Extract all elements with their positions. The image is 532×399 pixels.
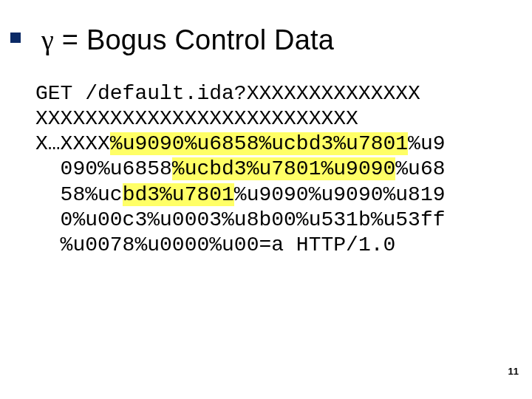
highlight-3: bd3%u7801 bbox=[123, 183, 234, 206]
highlight-1: %u9090%u6858%ucbd3%u7801 bbox=[110, 132, 408, 155]
code-line-7: %u0078%u0000%u00=a HTTP/1.0 bbox=[61, 233, 396, 256]
code-line-5a: 58%uc bbox=[61, 183, 123, 206]
slide-title: γ = Bogus Control Data bbox=[41, 24, 497, 56]
page-number: 11 bbox=[508, 366, 519, 377]
code-line-4b: %u68 bbox=[395, 157, 445, 180]
title-text: = Bogus Control Data bbox=[54, 24, 334, 55]
gamma-symbol: γ bbox=[41, 24, 54, 55]
code-line-1: GET /default.ida?XXXXXXXXXXXXXX bbox=[35, 82, 420, 105]
title-bullet bbox=[10, 33, 21, 43]
code-block: GET /default.ida?XXXXXXXXXXXXXX XXXXXXXX… bbox=[35, 81, 497, 258]
code-line-5b: %u9090%u9090%u819 bbox=[234, 183, 446, 206]
code-line-2: XXXXXXXXXXXXXXXXXXXXXXXXXX bbox=[35, 107, 358, 130]
code-line-3b: %u9 bbox=[408, 132, 445, 155]
code-line-6: 0%u00c3%u0003%u8b00%u531b%u53ff bbox=[61, 208, 446, 231]
code-line-4a: 090%u6858 bbox=[61, 157, 172, 180]
code-line-3a: X…XXXX bbox=[35, 132, 110, 155]
highlight-2: %ucbd3%u7801%u9090 bbox=[172, 157, 395, 180]
